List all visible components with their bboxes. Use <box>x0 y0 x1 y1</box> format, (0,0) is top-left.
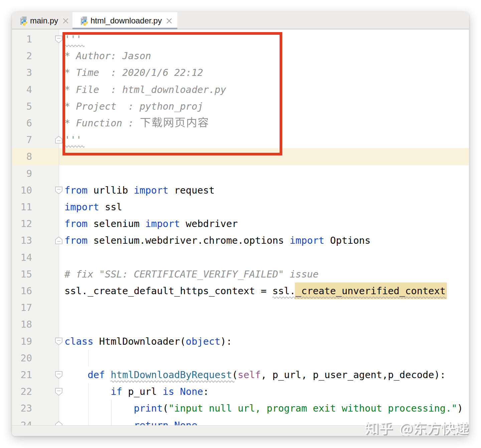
code-line-11[interactable]: import ssl <box>64 199 122 215</box>
close-icon[interactable] <box>165 17 173 25</box>
line-number-3: 3 <box>12 64 32 81</box>
editor-window: main.py html_downloader.py 12 <box>12 12 469 436</box>
line-number-24: 24 <box>12 417 32 425</box>
line-number-7: 7 <box>12 131 32 148</box>
indent-guide <box>88 350 89 366</box>
line-number-21: 21 <box>12 366 32 383</box>
tab-label: main.py <box>30 16 58 25</box>
gutter-separator <box>59 29 59 425</box>
tab-main-py[interactable]: main.py <box>12 12 72 29</box>
line-number-6: 6 <box>12 115 32 131</box>
line-number-11: 11 <box>12 199 32 215</box>
line-number-23: 23 <box>12 400 32 417</box>
line-number-19: 19 <box>12 333 32 350</box>
python-file-icon <box>79 16 88 26</box>
line-number-12: 12 <box>12 215 32 232</box>
code-line-22[interactable]: if p_url is None: <box>64 383 209 400</box>
line-number-4: 4 <box>12 81 32 98</box>
annotation-rectangle <box>62 32 282 155</box>
code-line-10[interactable]: from urllib import request <box>64 182 215 199</box>
line-number-8: 8 <box>12 148 32 165</box>
line-number-13: 13 <box>12 232 32 249</box>
code-line-16[interactable]: ssl._create_default_https_context = ssl.… <box>64 283 446 299</box>
code-line-12[interactable]: from selenium import webdriver <box>64 215 238 232</box>
code-line-23[interactable]: print("input null url, program exit with… <box>64 400 463 417</box>
code-line-21[interactable]: def htmlDownloadByRequest(self, p_url, p… <box>64 366 446 383</box>
tab-label: html_downloader.py <box>91 16 162 25</box>
code-line-15[interactable]: # fix "SSL: CERTIFICATE_VERIFY_FAILED" i… <box>64 266 319 283</box>
editor-tab-bar: main.py html_downloader.py <box>12 12 469 29</box>
code-line-24[interactable]: return None <box>64 417 197 425</box>
code-line-19[interactable]: class HtmlDownloader(object): <box>64 333 232 350</box>
line-number-14: 14 <box>12 249 32 266</box>
line-number-16: 16 <box>12 283 32 299</box>
line-number-2: 2 <box>12 47 32 64</box>
line-number-22: 22 <box>12 383 32 400</box>
line-number-18: 18 <box>12 316 32 333</box>
line-number-15: 15 <box>12 266 32 283</box>
line-number-20: 20 <box>12 350 32 366</box>
line-number-1: 1 <box>12 31 32 47</box>
line-number-9: 9 <box>12 165 32 182</box>
line-number-5: 5 <box>12 98 32 115</box>
watermark <box>365 418 469 436</box>
python-file-icon <box>19 16 28 26</box>
page-background: main.py html_downloader.py 12 <box>0 0 481 448</box>
line-number-10: 10 <box>12 182 32 199</box>
code-line-13[interactable]: from selenium.webdriver.chrome.options i… <box>64 232 370 249</box>
line-number-17: 17 <box>12 299 32 316</box>
tab-html-downloader-py[interactable]: html_downloader.py <box>72 12 177 29</box>
close-icon[interactable] <box>62 17 69 25</box>
